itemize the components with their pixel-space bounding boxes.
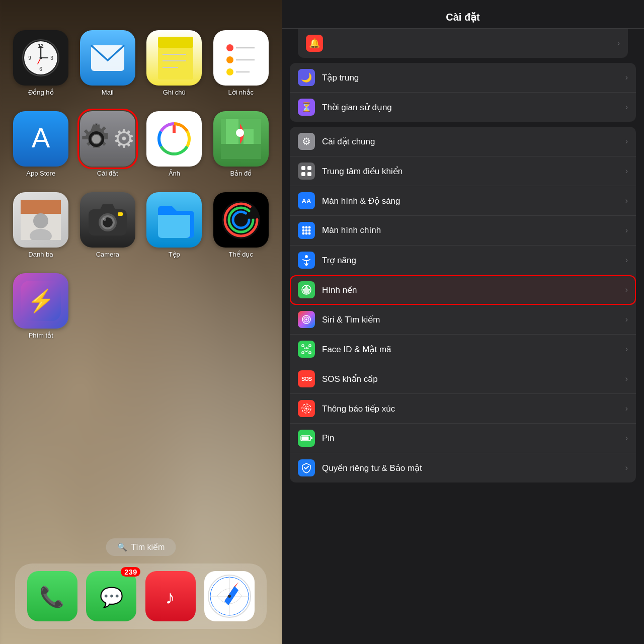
settings-item-battery[interactable]: Pin › <box>290 424 636 453</box>
dock: 📞 💬 239 ♪ <box>15 564 267 629</box>
dock-music[interactable]: ♪ <box>145 571 196 621</box>
camera-label: Camera <box>96 251 119 258</box>
svg-rect-82 <box>302 345 304 347</box>
mail-label: Mail <box>102 89 114 96</box>
settings-title: Cài đặt <box>282 0 644 29</box>
svg-text:♪: ♪ <box>166 587 175 608</box>
app-reminders[interactable]: Lời nhắc <box>210 30 272 96</box>
svg-rect-32 <box>244 129 254 144</box>
settings-item-top[interactable]: 🔔 › <box>298 29 628 58</box>
app-appstore[interactable]: A App Store <box>10 111 72 177</box>
svg-text:3: 3 <box>50 55 53 61</box>
svg-rect-62 <box>307 166 311 170</box>
sos-label: SOS khẩn cấp <box>322 374 625 384</box>
svg-text:📞: 📞 <box>39 585 64 609</box>
svg-point-9 <box>40 57 42 59</box>
appstore-label: App Store <box>26 170 55 177</box>
svg-text:9: 9 <box>28 55 31 61</box>
sos-icon: SOS <box>298 370 315 387</box>
settings-item-accessibility[interactable]: Trợ năng › <box>290 246 636 275</box>
dock-phone[interactable]: 📞 <box>27 571 77 621</box>
app-camera[interactable]: Camera <box>77 192 139 258</box>
app-notes[interactable]: Ghi chú <box>143 30 205 96</box>
svg-point-42 <box>103 218 106 221</box>
homescreen-icon <box>298 222 315 239</box>
screentime-chevron: › <box>625 103 628 112</box>
dock-messages[interactable]: 💬 239 <box>86 571 136 621</box>
settings-item-siri[interactable]: Siri & Tìm kiếm › <box>290 305 636 335</box>
settings-label: Cài đặt <box>97 170 118 177</box>
settings-item-privacy[interactable]: Quyền riêng tư & Bảo mật › <box>290 453 636 482</box>
settings-item-screentime[interactable]: ⏳ Thời gian sử dụng › <box>290 93 636 122</box>
svg-point-78 <box>303 289 304 291</box>
search-bar[interactable]: 🔍 Tìm kiếm <box>106 538 176 556</box>
svg-text:💬: 💬 <box>99 586 123 609</box>
settings-item-sos[interactable]: SOS SOS khẩn cấp › <box>290 364 636 394</box>
app-mail[interactable]: Mail <box>77 30 139 96</box>
svg-point-71 <box>302 232 305 235</box>
app-fitness[interactable]: Thể dục <box>210 192 272 258</box>
top-icon: 🔔 <box>306 35 323 52</box>
svg-rect-64 <box>307 172 311 176</box>
app-photos[interactable]: Ảnh <box>143 111 205 177</box>
app-clock[interactable]: 12 3 6 9 Đồng hồ <box>10 30 72 96</box>
app-settings[interactable]: ⚙ Cài đặt <box>77 111 139 177</box>
svg-rect-12 <box>158 37 193 48</box>
settings-list: 🔔 › 🌙 Tập trung › ⏳ Thời gian sử <box>282 29 644 644</box>
app-grid: 12 3 6 9 Đồng hồ Mail <box>10 30 272 339</box>
wallpaper-label: Hình nền <box>322 285 625 295</box>
search-icon: 🔍 <box>117 542 127 552</box>
settings-item-display[interactable]: AA Màn hình & Độ sáng › <box>290 186 636 216</box>
svg-rect-85 <box>309 352 311 354</box>
settings-item-wallpaper[interactable]: Hình nền › <box>290 275 636 305</box>
siri-icon <box>298 311 315 328</box>
svg-point-19 <box>226 68 233 75</box>
controlcenter-label: Trung tâm điều khiển <box>322 166 625 177</box>
dock-safari[interactable] <box>204 571 255 621</box>
home-screen: 12 3 6 9 Đồng hồ Mail <box>0 0 282 644</box>
svg-point-17 <box>226 44 233 51</box>
general-icon: ⚙ <box>298 133 315 150</box>
homescreen-label: Màn hình chính <box>322 225 625 235</box>
svg-rect-30 <box>221 144 261 159</box>
app-files[interactable]: Tệp <box>143 192 205 258</box>
app-contacts[interactable]: Danh bạ <box>10 192 72 258</box>
settings-section-2: ⚙ Cài đặt chung › Trung tâm điều khiển › <box>290 127 636 482</box>
svg-text:6: 6 <box>39 66 42 72</box>
battery-label: Pin <box>322 433 625 443</box>
settings-item-controlcenter[interactable]: Trung tâm điều khiển › <box>290 156 636 186</box>
svg-point-36 <box>33 213 48 228</box>
settings-item-homescreen[interactable]: Màn hình chính › <box>290 216 636 246</box>
screentime-icon: ⏳ <box>298 99 315 116</box>
app-maps[interactable]: Bản đồ <box>210 111 272 177</box>
app-shortcuts[interactable]: ⚡ Phím tắt <box>10 273 72 339</box>
settings-item-general[interactable]: ⚙ Cài đặt chung › <box>290 127 636 156</box>
wallpaper-icon <box>298 281 315 298</box>
shortcuts-label: Phím tắt <box>29 332 53 339</box>
siri-label: Siri & Tìm kiếm <box>322 314 625 325</box>
settings-item-contact[interactable]: Thông báo tiếp xúc › <box>290 394 636 424</box>
fitness-label: Thể dục <box>228 251 253 258</box>
settings-panel: Cài đặt 🔔 › 🌙 Tập trung › <box>282 0 644 644</box>
svg-point-44 <box>222 201 260 239</box>
settings-section-1: 🌙 Tập trung › ⏳ Thời gian sử dụng › <box>290 63 636 122</box>
svg-point-69 <box>305 229 308 232</box>
svg-point-33 <box>236 129 244 137</box>
svg-point-87 <box>307 348 309 349</box>
general-label: Cài đặt chung <box>322 136 625 147</box>
privacy-icon <box>298 459 315 476</box>
accessibility-icon <box>298 252 315 269</box>
svg-point-28 <box>168 133 180 145</box>
photos-label: Ảnh <box>169 170 180 177</box>
svg-point-65 <box>302 226 305 229</box>
settings-item-faceid[interactable]: Face ID & Mật mã › <box>290 335 636 364</box>
files-label: Tệp <box>169 251 180 258</box>
contact-icon <box>298 400 315 417</box>
notes-label: Ghi chú <box>163 89 186 96</box>
settings-item-focus[interactable]: 🌙 Tập trung › <box>290 63 636 93</box>
svg-point-72 <box>305 232 308 235</box>
accessibility-label: Trợ năng <box>322 255 625 266</box>
svg-point-66 <box>305 226 308 229</box>
svg-point-73 <box>308 232 311 235</box>
screentime-label: Thời gian sử dụng <box>322 102 625 113</box>
